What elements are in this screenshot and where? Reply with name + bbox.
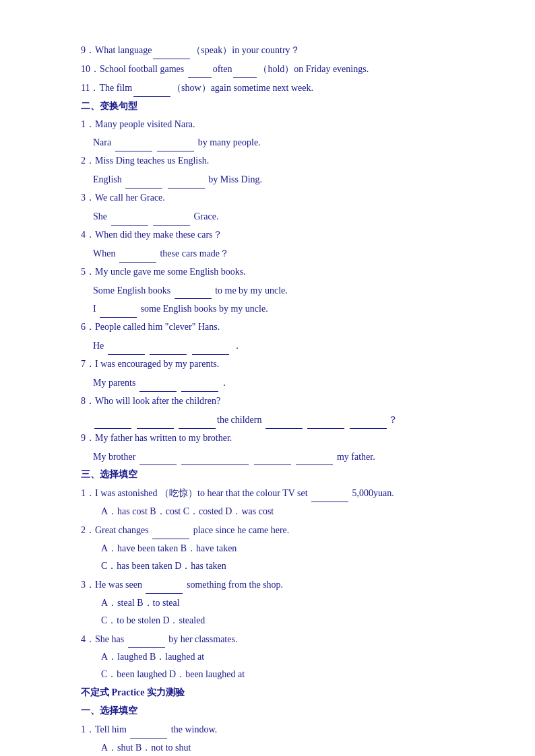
blank-s2-3a bbox=[111, 207, 148, 226]
blank-s3-1 bbox=[311, 484, 348, 502]
s3-opt2b: C．has been taken D．has taken bbox=[101, 557, 468, 575]
blank-s2-9a bbox=[139, 448, 177, 466]
blank-9 bbox=[153, 41, 190, 59]
blank-s2-8a bbox=[94, 411, 131, 429]
s3-q2: 2．Great changes place since he came here… bbox=[81, 521, 468, 539]
section4-title: 不定式 Practice 实力测验 bbox=[81, 684, 468, 701]
s2-a8: the childern ？ bbox=[93, 411, 468, 429]
blank-s2-6c bbox=[192, 337, 229, 355]
s3-opt2a: A．have been taken B．have taken bbox=[101, 540, 468, 557]
s2-a9: My brother my father. bbox=[93, 448, 468, 466]
blank-s2-8b bbox=[137, 411, 174, 429]
s2-q8: 8．Who will look after the children? bbox=[81, 392, 468, 410]
s2-a7: My parents ． bbox=[93, 374, 468, 392]
s2-q1: 1．Many people visited Nara. bbox=[81, 116, 468, 133]
s2-q6: 6．People called him "clever" Hans. bbox=[81, 318, 468, 336]
s3-opt4a: A．laughed B．laughed at bbox=[101, 648, 468, 666]
blank-s2-1a bbox=[115, 133, 152, 151]
blank-11 bbox=[133, 79, 170, 97]
blank-s2-3b bbox=[153, 207, 190, 226]
blank-s2-9b bbox=[181, 448, 249, 466]
line-11: 11．The film （show）again sometime next we… bbox=[81, 79, 468, 97]
blank-s2-9d bbox=[296, 448, 333, 466]
section4-sub: 一、选择填空 bbox=[81, 702, 468, 720]
blank-10a bbox=[188, 60, 212, 78]
s4-opt1a: A．shut B．not to shut bbox=[101, 739, 468, 756]
blank-s2-8c bbox=[179, 411, 216, 429]
line-9: 9．What language （speak）in your country？ bbox=[81, 41, 468, 59]
s2-a3: She Grace. bbox=[93, 207, 468, 226]
blank-s2-7b bbox=[181, 374, 218, 392]
blank-s3-4 bbox=[128, 630, 165, 648]
s2-q7: 7．I was encouraged by my parents. bbox=[81, 355, 468, 373]
s2-a5a: Some English books to me by my uncle. bbox=[93, 281, 468, 300]
blank-s2-6b bbox=[150, 337, 187, 355]
s2-q3: 3．We call her Grace. bbox=[81, 189, 468, 207]
blank-s2-9c bbox=[254, 448, 291, 466]
s3-opt3b: C．to be stolen D．stealed bbox=[101, 612, 468, 629]
s3-q1: 1．I was astonished （吃惊）to hear that the … bbox=[81, 484, 468, 502]
blank-s2-8e bbox=[307, 411, 344, 429]
line-10: 10．School football games often （hold）on … bbox=[81, 60, 468, 78]
s2-a4: When these cars made？ bbox=[93, 244, 468, 263]
s2-a5b: I some English books by my uncle. bbox=[93, 300, 468, 318]
s3-opt1: A．has cost B．cost C．costed D．was cost bbox=[101, 503, 468, 520]
blank-s2-8f bbox=[350, 411, 387, 429]
s3-opt3a: A．steal B．to steal bbox=[101, 594, 468, 612]
blank-s2-2b bbox=[168, 170, 205, 188]
blank-10b bbox=[233, 60, 257, 78]
blank-s2-6a bbox=[108, 337, 145, 355]
blank-s3-3 bbox=[146, 576, 183, 594]
s2-a2: English by Miss Ding. bbox=[93, 170, 468, 188]
blank-s2-2a bbox=[125, 170, 162, 188]
s2-q4: 4．When did they make these cars？ bbox=[81, 226, 468, 244]
s4-q1: 1．Tell him the window. bbox=[81, 720, 468, 738]
blank-s4-1 bbox=[130, 720, 167, 738]
blank-s3-2 bbox=[152, 521, 189, 539]
section2-title: 二、变换句型 bbox=[81, 98, 468, 115]
blank-s2-7a bbox=[139, 374, 177, 392]
s3-q4: 4．She has by her classmates. bbox=[81, 630, 468, 648]
s3-q3: 3．He was seen something from the shop. bbox=[81, 576, 468, 594]
blank-s2-4 bbox=[119, 244, 156, 263]
blank-s2-1b bbox=[157, 133, 194, 151]
s2-q2: 2．Miss Ding teaches us English. bbox=[81, 152, 468, 170]
blank-s2-5a bbox=[175, 281, 212, 300]
s2-q5: 5．My uncle gave me some English books. bbox=[81, 263, 468, 281]
blank-s2-8d bbox=[265, 411, 303, 429]
blank-s2-5b bbox=[100, 300, 137, 318]
section3-title: 三、选择填空 bbox=[81, 466, 468, 483]
s2-a1: Nara by many people. bbox=[93, 133, 468, 151]
s2-a6: He ． bbox=[93, 337, 468, 355]
s3-opt4b: C．been laughed D．been laughed at bbox=[101, 666, 468, 683]
s2-q9: 9．My father has written to my brother. bbox=[81, 429, 468, 447]
